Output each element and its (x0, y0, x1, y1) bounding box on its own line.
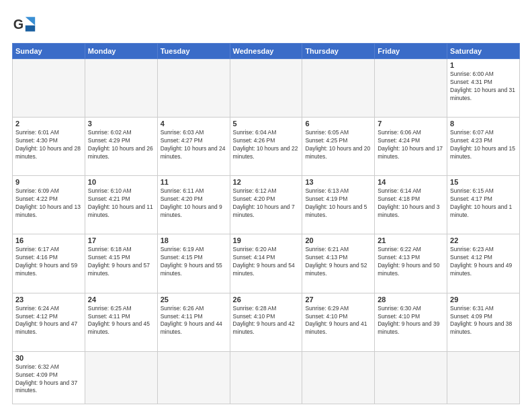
logo: G (12, 12, 39, 36)
day-info: Sunrise: 6:14 AMSunset: 4:18 PMDaylight:… (378, 187, 444, 220)
calendar-cell: 12Sunrise: 6:12 AMSunset: 4:20 PMDayligh… (230, 176, 302, 234)
day-number: 18 (161, 236, 227, 244)
calendar-cell: 7Sunrise: 6:06 AMSunset: 4:24 PMDaylight… (375, 118, 447, 176)
day-info: Sunrise: 6:15 AMSunset: 4:17 PMDaylight:… (450, 187, 517, 220)
calendar-cell: 13Sunrise: 6:13 AMSunset: 4:19 PMDayligh… (302, 176, 375, 234)
day-number: 1 (450, 61, 517, 69)
day-info: Sunrise: 6:07 AMSunset: 4:23 PMDaylight:… (450, 129, 517, 161)
header: G (12, 12, 520, 36)
calendar-cell: 5Sunrise: 6:04 AMSunset: 4:26 PMDaylight… (230, 118, 302, 176)
calendar-cell: 14Sunrise: 6:14 AMSunset: 4:18 PMDayligh… (375, 176, 447, 234)
calendar-cell: 1Sunrise: 6:00 AMSunset: 4:31 PMDaylight… (447, 59, 520, 118)
day-info: Sunrise: 6:22 AMSunset: 4:13 PMDaylight:… (378, 246, 444, 278)
day-info: Sunrise: 6:02 AMSunset: 4:29 PMDaylight:… (88, 129, 154, 161)
day-info: Sunrise: 6:05 AMSunset: 4:25 PMDaylight:… (305, 129, 371, 161)
calendar-cell: 20Sunrise: 6:21 AMSunset: 4:13 PMDayligh… (302, 234, 375, 293)
day-number: 5 (233, 120, 300, 128)
calendar-cell: 4Sunrise: 6:03 AMSunset: 4:27 PMDaylight… (157, 118, 230, 176)
day-info: Sunrise: 6:09 AMSunset: 4:22 PMDaylight:… (15, 187, 82, 220)
calendar-cell: 8Sunrise: 6:07 AMSunset: 4:23 PMDaylight… (447, 118, 520, 176)
calendar-cell: 22Sunrise: 6:23 AMSunset: 4:12 PMDayligh… (447, 234, 520, 293)
day-info: Sunrise: 6:29 AMSunset: 4:10 PMDaylight:… (305, 305, 371, 337)
svg-marker-1 (26, 17, 35, 26)
day-number: 20 (305, 236, 371, 244)
calendar-cell: 6Sunrise: 6:05 AMSunset: 4:25 PMDaylight… (302, 118, 375, 176)
day-number: 17 (88, 236, 154, 244)
day-number: 23 (15, 295, 82, 304)
day-info: Sunrise: 6:19 AMSunset: 4:15 PMDaylight:… (161, 246, 227, 278)
calendar-cell (85, 59, 157, 118)
calendar-cell (447, 351, 520, 404)
day-number: 30 (15, 354, 82, 362)
day-number: 13 (305, 178, 371, 186)
day-number: 28 (378, 295, 444, 304)
calendar-cell (375, 351, 447, 404)
day-header-sunday: Sunday (13, 44, 85, 59)
svg-marker-2 (26, 26, 35, 32)
day-number: 4 (161, 120, 227, 128)
calendar-cell: 25Sunrise: 6:26 AMSunset: 4:11 PMDayligh… (157, 293, 230, 351)
calendar: SundayMondayTuesdayWednesdayThursdayFrid… (12, 43, 520, 404)
day-info: Sunrise: 6:20 AMSunset: 4:14 PMDaylight:… (233, 246, 300, 278)
day-info: Sunrise: 6:31 AMSunset: 4:09 PMDaylight:… (450, 305, 517, 337)
day-info: Sunrise: 6:21 AMSunset: 4:13 PMDaylight:… (305, 246, 371, 278)
calendar-cell: 18Sunrise: 6:19 AMSunset: 4:15 PMDayligh… (157, 234, 230, 293)
calendar-cell: 24Sunrise: 6:25 AMSunset: 4:11 PMDayligh… (85, 293, 157, 351)
day-number: 19 (233, 236, 300, 244)
day-number: 29 (450, 295, 517, 304)
day-number: 25 (161, 295, 227, 304)
day-info: Sunrise: 6:17 AMSunset: 4:16 PMDaylight:… (15, 246, 82, 278)
calendar-cell: 23Sunrise: 6:24 AMSunset: 4:12 PMDayligh… (13, 293, 85, 351)
day-header-monday: Monday (85, 44, 157, 59)
day-info: Sunrise: 6:06 AMSunset: 4:24 PMDaylight:… (378, 129, 444, 161)
page: G SundayMondayTuesdayWednesdayThursdayFr… (0, 0, 532, 411)
calendar-cell (13, 59, 85, 118)
day-number: 16 (15, 236, 82, 244)
day-info: Sunrise: 6:13 AMSunset: 4:19 PMDaylight:… (305, 187, 371, 220)
day-number: 8 (450, 120, 517, 128)
day-info: Sunrise: 6:12 AMSunset: 4:20 PMDaylight:… (233, 187, 300, 220)
day-info: Sunrise: 6:03 AMSunset: 4:27 PMDaylight:… (161, 129, 227, 161)
calendar-cell (375, 59, 447, 118)
day-info: Sunrise: 6:10 AMSunset: 4:21 PMDaylight:… (88, 187, 154, 220)
calendar-cell: 3Sunrise: 6:02 AMSunset: 4:29 PMDaylight… (85, 118, 157, 176)
day-header-friday: Friday (375, 44, 447, 59)
day-number: 27 (305, 295, 371, 304)
day-header-wednesday: Wednesday (230, 44, 302, 59)
day-info: Sunrise: 6:00 AMSunset: 4:31 PMDaylight:… (450, 71, 517, 103)
calendar-cell: 28Sunrise: 6:30 AMSunset: 4:10 PMDayligh… (375, 293, 447, 351)
day-header-saturday: Saturday (447, 44, 520, 59)
calendar-cell: 11Sunrise: 6:11 AMSunset: 4:20 PMDayligh… (157, 176, 230, 234)
calendar-cell: 30Sunrise: 6:32 AMSunset: 4:09 PMDayligh… (13, 351, 85, 404)
calendar-cell: 16Sunrise: 6:17 AMSunset: 4:16 PMDayligh… (13, 234, 85, 293)
calendar-cell (157, 59, 230, 118)
day-number: 7 (378, 120, 444, 128)
day-header-tuesday: Tuesday (157, 44, 230, 59)
day-info: Sunrise: 6:01 AMSunset: 4:30 PMDaylight:… (15, 129, 82, 161)
day-number: 6 (305, 120, 371, 128)
calendar-cell: 17Sunrise: 6:18 AMSunset: 4:15 PMDayligh… (85, 234, 157, 293)
svg-text:G: G (13, 17, 24, 32)
day-number: 14 (378, 178, 444, 186)
day-info: Sunrise: 6:11 AMSunset: 4:20 PMDaylight:… (161, 187, 227, 220)
day-number: 21 (378, 236, 444, 244)
day-number: 2 (15, 120, 82, 128)
calendar-cell: 9Sunrise: 6:09 AMSunset: 4:22 PMDaylight… (13, 176, 85, 234)
day-info: Sunrise: 6:04 AMSunset: 4:26 PMDaylight:… (233, 129, 300, 161)
day-number: 15 (450, 178, 517, 186)
calendar-cell (302, 59, 375, 118)
calendar-cell (157, 351, 230, 404)
day-number: 24 (88, 295, 154, 304)
day-number: 3 (88, 120, 154, 128)
calendar-cell (230, 59, 302, 118)
calendar-cell (230, 351, 302, 404)
calendar-cell (85, 351, 157, 404)
day-number: 11 (161, 178, 227, 186)
day-number: 9 (15, 178, 82, 186)
day-info: Sunrise: 6:23 AMSunset: 4:12 PMDaylight:… (450, 246, 517, 278)
day-info: Sunrise: 6:24 AMSunset: 4:12 PMDaylight:… (15, 305, 82, 337)
day-number: 26 (233, 295, 300, 304)
logo-icon: G (12, 12, 36, 36)
calendar-cell: 27Sunrise: 6:29 AMSunset: 4:10 PMDayligh… (302, 293, 375, 351)
day-number: 10 (88, 178, 154, 186)
